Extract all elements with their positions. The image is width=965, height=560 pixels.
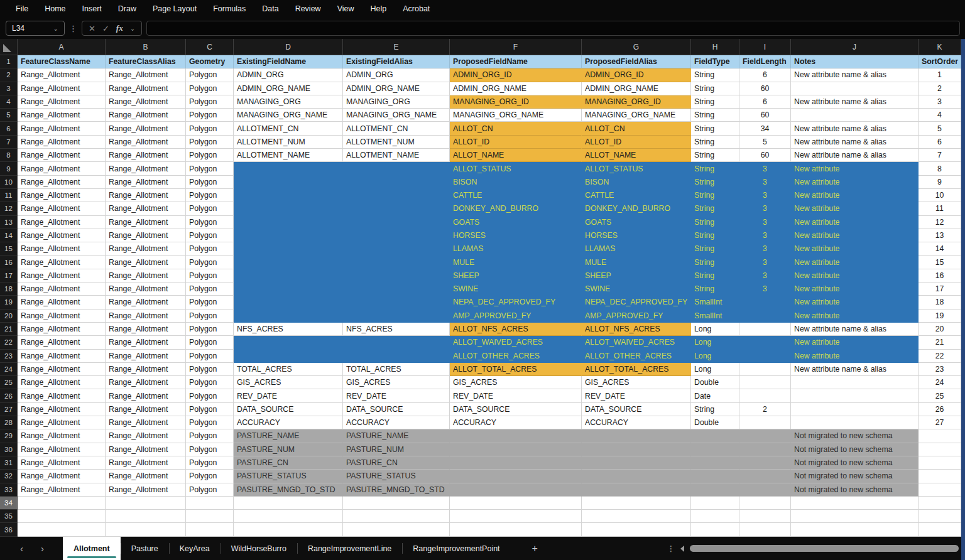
select-all-corner[interactable] — [0, 39, 18, 55]
cell-D14[interactable] — [234, 229, 343, 242]
cell-D26[interactable]: REV_DATE — [234, 389, 343, 402]
column-header-H[interactable]: H — [691, 39, 739, 55]
cell-K15[interactable]: 14 — [919, 242, 961, 256]
cell-F18[interactable]: SWINE — [450, 283, 582, 296]
cell-I15[interactable]: 3 — [739, 242, 791, 256]
cell-K23[interactable]: 22 — [919, 350, 961, 363]
cell-H27[interactable]: String — [691, 403, 739, 416]
cell-C23[interactable]: Polygon — [186, 350, 234, 363]
cell-B17[interactable]: Range_Allotment — [106, 269, 186, 283]
cell-K3[interactable]: 2 — [919, 82, 961, 95]
cell-E11[interactable] — [343, 189, 450, 202]
cell-J16[interactable]: New attribute — [791, 256, 919, 269]
cell-I33[interactable] — [739, 483, 791, 497]
cell-B24[interactable]: Range_Allotment — [106, 363, 186, 376]
cell-C14[interactable]: Polygon — [186, 229, 234, 242]
cell-H3[interactable]: String — [691, 82, 739, 95]
cell-A2[interactable]: Range_Allotment — [18, 68, 106, 82]
row-header-35[interactable]: 35 — [0, 510, 18, 523]
cell-K34[interactable] — [919, 497, 961, 510]
column-header-K[interactable]: K — [919, 39, 961, 55]
cell-G14[interactable]: HORSES — [582, 229, 691, 242]
menu-item-home[interactable]: Home — [36, 4, 74, 13]
cell-H11[interactable]: String — [691, 189, 739, 202]
cell-J6[interactable]: New attribute name & alias — [791, 122, 919, 135]
cell-K25[interactable]: 24 — [919, 376, 961, 389]
cell-J11[interactable]: New attribute — [791, 189, 919, 202]
cell-K12[interactable]: 11 — [919, 202, 961, 215]
cell-G27[interactable]: DATA_SOURCE — [582, 403, 691, 416]
cell-H8[interactable]: String — [691, 149, 739, 162]
cell-C11[interactable]: Polygon — [186, 189, 234, 202]
cell-C30[interactable]: Polygon — [186, 443, 234, 456]
column-header-D[interactable]: D — [234, 39, 343, 55]
enter-icon[interactable]: ✓ — [102, 24, 109, 33]
row-header-15[interactable]: 15 — [0, 242, 18, 256]
column-header-B[interactable]: B — [106, 39, 186, 55]
cell-G20[interactable]: AMP_APPROVED_FY — [582, 310, 691, 323]
column-header-A[interactable]: A — [18, 39, 106, 55]
menu-item-help[interactable]: Help — [363, 4, 395, 13]
cell-H13[interactable]: String — [691, 216, 739, 229]
tab-overflow-dots-icon[interactable]: ⋮ — [667, 544, 675, 553]
cell-F33[interactable] — [450, 483, 582, 497]
cell-E13[interactable] — [343, 216, 450, 229]
cell-F2[interactable]: ADMIN_ORG_ID — [450, 68, 582, 82]
cell-J26[interactable] — [791, 389, 919, 402]
cell-A4[interactable]: Range_Allotment — [18, 95, 106, 109]
cell-K33[interactable] — [919, 483, 961, 497]
row-header-23[interactable]: 23 — [0, 350, 18, 363]
menu-item-acrobat[interactable]: Acrobat — [395, 4, 438, 13]
header-cell-K[interactable]: SortOrder — [919, 55, 961, 68]
cell-I35[interactable] — [739, 510, 791, 523]
cell-G8[interactable]: ALLOT_NAME — [582, 149, 691, 162]
row-header-19[interactable]: 19 — [0, 296, 18, 309]
row-header-7[interactable]: 7 — [0, 136, 18, 149]
cell-K14[interactable]: 13 — [919, 229, 961, 242]
cell-B35[interactable] — [106, 510, 186, 523]
cell-A25[interactable]: Range_Allotment — [18, 376, 106, 389]
cell-E8[interactable]: ALLOTMENT_NAME — [343, 149, 450, 162]
cell-H26[interactable]: Date — [691, 389, 739, 402]
row-header-21[interactable]: 21 — [0, 323, 18, 336]
cell-K4[interactable]: 3 — [919, 95, 961, 109]
row-header-27[interactable]: 27 — [0, 403, 18, 416]
cell-C3[interactable]: Polygon — [186, 82, 234, 95]
cell-A22[interactable]: Range_Allotment — [18, 336, 106, 349]
row-header-4[interactable]: 4 — [0, 95, 18, 109]
header-cell-G[interactable]: ProposedFieldAlias — [582, 55, 691, 68]
cell-C7[interactable]: Polygon — [186, 136, 234, 149]
cell-E18[interactable] — [343, 283, 450, 296]
cell-H10[interactable]: String — [691, 176, 739, 189]
cell-C26[interactable]: Polygon — [186, 389, 234, 402]
cell-G18[interactable]: SWINE — [582, 283, 691, 296]
cell-A35[interactable] — [18, 510, 106, 523]
cell-B6[interactable]: Range_Allotment — [106, 122, 186, 135]
cell-D13[interactable] — [234, 216, 343, 229]
cell-K5[interactable]: 4 — [919, 109, 961, 122]
cell-D9[interactable] — [234, 162, 343, 175]
cell-E21[interactable]: NFS_ACRES — [343, 323, 450, 336]
cell-B19[interactable]: Range_Allotment — [106, 296, 186, 309]
cell-C9[interactable]: Polygon — [186, 162, 234, 175]
scroll-left-arrow-icon[interactable] — [680, 546, 684, 552]
cell-B20[interactable]: Range_Allotment — [106, 310, 186, 323]
row-header-32[interactable]: 32 — [0, 470, 18, 483]
cell-D21[interactable]: NFS_ACRES — [234, 323, 343, 336]
cell-C2[interactable]: Polygon — [186, 68, 234, 82]
row-header-11[interactable]: 11 — [0, 189, 18, 202]
cell-K11[interactable]: 10 — [919, 189, 961, 202]
cell-C4[interactable]: Polygon — [186, 95, 234, 109]
cell-J5[interactable] — [791, 109, 919, 122]
row-header-13[interactable]: 13 — [0, 216, 18, 229]
cell-I18[interactable]: 3 — [739, 283, 791, 296]
cell-J23[interactable]: New attribute — [791, 350, 919, 363]
cell-J31[interactable]: Not migrated to new schema — [791, 456, 919, 470]
header-cell-F[interactable]: ProposedFieldName — [450, 55, 582, 68]
cell-I16[interactable]: 3 — [739, 256, 791, 269]
row-header-16[interactable]: 16 — [0, 256, 18, 269]
menu-item-draw[interactable]: Draw — [110, 4, 144, 13]
cell-B34[interactable] — [106, 497, 186, 510]
cell-F24[interactable]: ALLOT_TOTAL_ACRES — [450, 363, 582, 376]
cell-E15[interactable] — [343, 242, 450, 256]
